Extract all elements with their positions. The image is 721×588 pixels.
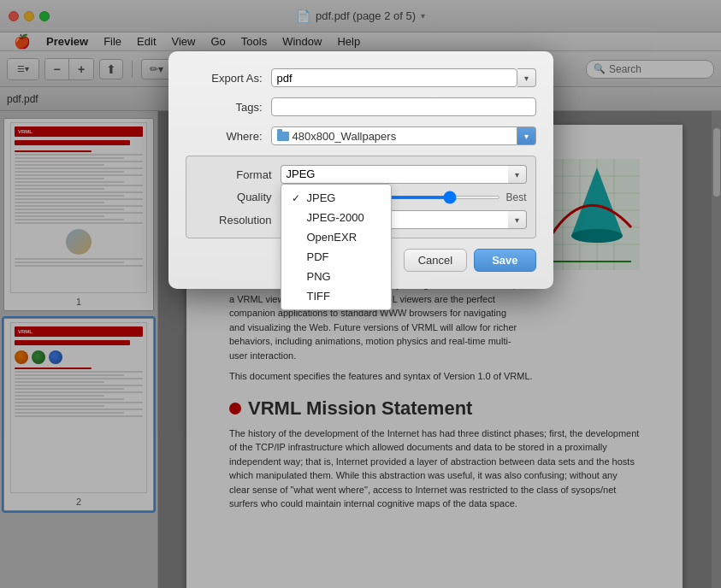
format-option-tiff[interactable]: TIFF	[281, 286, 391, 306]
where-value: 480x800_Wallpapers	[293, 130, 397, 143]
folder-icon	[277, 132, 289, 141]
format-option-openexr[interactable]: OpenEXR	[281, 227, 391, 247]
export-as-label: Export As:	[186, 72, 263, 85]
quality-label: Quality	[195, 191, 272, 203]
export-as-input[interactable]	[271, 68, 517, 87]
export-dialog: Export As: ▾ Tags: Where: 480x800_Wallpa…	[168, 51, 553, 289]
where-row: Where: 480x800_Wallpapers ▾	[186, 126, 536, 145]
export-as-row: Export As: ▾	[186, 68, 536, 87]
format-dropdown-menu: JPEG JPEG-2000 OpenEXR PDF PNG TIFF	[281, 184, 392, 310]
format-row: Format JPEG ▾ JPEG JPEG-2000 OpenEXR PDF…	[195, 165, 527, 184]
format-option-pdf[interactable]: PDF	[281, 247, 391, 267]
resolution-dropdown-button[interactable]: ▾	[508, 210, 527, 229]
format-quality-area: Format JPEG ▾ JPEG JPEG-2000 OpenEXR PDF…	[186, 156, 536, 238]
export-as-dropdown-button[interactable]: ▾	[517, 68, 536, 87]
format-dropdown-button[interactable]: ▾	[508, 165, 527, 184]
tags-row: Tags:	[186, 97, 536, 116]
save-button[interactable]: Save	[474, 249, 535, 272]
format-select-container: JPEG ▾ JPEG JPEG-2000 OpenEXR PDF PNG TI…	[281, 165, 527, 184]
format-option-jpeg2000[interactable]: JPEG-2000	[281, 208, 391, 227]
cancel-button[interactable]: Cancel	[404, 249, 467, 272]
format-current-value[interactable]: JPEG	[281, 165, 508, 184]
where-container: 480x800_Wallpapers	[271, 126, 517, 145]
resolution-label: Resolution	[195, 214, 272, 226]
quality-high-label: Best	[505, 191, 526, 203]
tags-label: Tags:	[186, 101, 263, 114]
where-dropdown-button[interactable]: ▾	[517, 126, 536, 145]
format-option-jpeg[interactable]: JPEG	[281, 188, 391, 208]
format-option-png[interactable]: PNG	[281, 267, 391, 286]
format-label: Format	[195, 168, 272, 181]
where-label: Where:	[186, 130, 263, 143]
export-as-container: ▾	[271, 68, 536, 87]
dialog-overlay: Export As: ▾ Tags: Where: 480x800_Wallpa…	[0, 0, 721, 588]
tags-input[interactable]	[271, 97, 536, 116]
